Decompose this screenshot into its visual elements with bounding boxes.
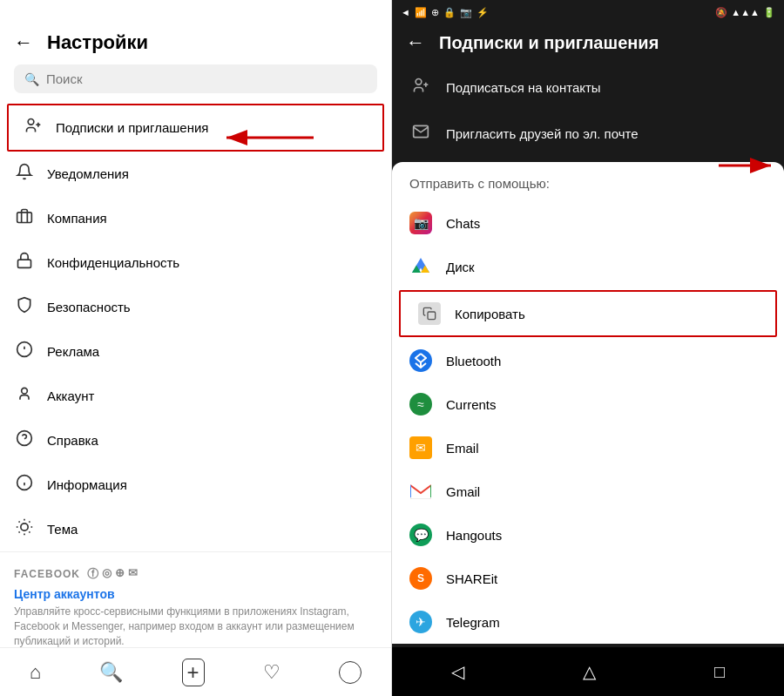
facebook-title: FACEBOOK ⓕ ◎ ⊕ ✉: [14, 566, 377, 582]
email-icon: ✉: [409, 436, 432, 459]
svg-point-25: [416, 79, 422, 85]
shareit-icon: S: [409, 567, 432, 590]
nav-heart-button[interactable]: ♡: [263, 661, 280, 684]
share-item-bluetooth[interactable]: Bluetooth: [392, 339, 784, 382]
account-icon: [14, 385, 35, 407]
sidebar-item-account[interactable]: Аккаунт: [0, 374, 391, 418]
svg-point-8: [22, 388, 28, 394]
right-invite-email[interactable]: Пригласить друзей по эл. почте: [392, 111, 784, 157]
share-item-currents[interactable]: ≈ Currents: [392, 382, 784, 426]
search-input[interactable]: [46, 71, 367, 86]
subscriptions-icon: [23, 117, 44, 139]
bluetooth-icon: [409, 349, 432, 372]
follow-contacts-icon: [409, 77, 432, 98]
copy-label: Копировать: [455, 307, 525, 321]
info-label: Информация: [47, 477, 127, 492]
left-status-bar: [0, 0, 391, 24]
security-label: Безопасность: [47, 300, 131, 314]
ads-label: Реклама: [47, 344, 99, 359]
chats-label: Chats: [446, 216, 480, 231]
account-label: Аккаунт: [47, 389, 94, 403]
subscriptions-label: Подписки и приглашения: [56, 120, 208, 135]
left-header: ← Настройки: [0, 24, 391, 64]
svg-rect-3: [17, 213, 32, 223]
sidebar-item-notifications[interactable]: Уведомления: [0, 152, 391, 196]
share-item-chats[interactable]: 📷 Chats: [392, 201, 784, 245]
share-item-copy[interactable]: Копировать: [399, 290, 777, 337]
nav-home-button[interactable]: ⌂: [30, 661, 41, 684]
telegram-icon: ✈: [409, 611, 432, 633]
info-icon: [14, 474, 35, 496]
invite-email-label: Пригласить друзей по эл. почте: [446, 126, 639, 141]
sidebar-item-help[interactable]: Справка: [0, 418, 391, 463]
sidebar-item-info[interactable]: Информация: [0, 463, 391, 507]
share-modal: Отправить с помощью: 📷 Chats Диск: [392, 162, 784, 644]
company-label: Компания: [47, 211, 107, 226]
svg-rect-35: [428, 312, 436, 320]
theme-icon: [14, 518, 35, 540]
security-icon: [14, 296, 35, 318]
share-item-gmail[interactable]: Gmail: [392, 470, 784, 513]
right-panel: ◄ 📶 ⊕ 🔒 📷 ⚡ 🔕 ▲▲▲ 🔋 ← Подписки и приглаш…: [392, 0, 784, 696]
facebook-description: Управляйте кросс-сервисными функциями в …: [14, 605, 377, 647]
sidebar-item-company[interactable]: Компания: [0, 196, 391, 240]
left-back-button[interactable]: ←: [14, 31, 33, 54]
right-follow-contacts[interactable]: Подписаться на контакты: [392, 64, 784, 111]
right-nav-back[interactable]: ◁: [451, 661, 464, 682]
privacy-icon: [14, 252, 35, 274]
gmail-icon: [409, 480, 432, 503]
right-back-button[interactable]: ←: [406, 31, 425, 54]
company-icon: [14, 207, 35, 229]
left-bottom-nav: ⌂ 🔍 + ♡: [0, 647, 391, 696]
sidebar-item-ads[interactable]: Реклама: [0, 329, 391, 374]
notifications-icon: [14, 163, 35, 185]
sidebar-item-security[interactable]: Безопасность: [0, 285, 391, 329]
right-page-title: Подписки и приглашения: [439, 33, 659, 53]
search-bar: 🔍: [14, 64, 377, 93]
share-item-email[interactable]: ✉ Email: [392, 426, 784, 470]
share-item-hangouts[interactable]: 💬 Hangouts: [392, 513, 784, 557]
nav-profile-button[interactable]: [339, 661, 362, 684]
svg-rect-4: [18, 260, 31, 267]
gmail-label: Gmail: [446, 484, 480, 499]
hangouts-icon: 💬: [409, 524, 432, 546]
svg-line-22: [29, 522, 30, 523]
search-icon: 🔍: [24, 72, 39, 86]
right-header: ← Подписки и приглашения: [392, 24, 784, 64]
svg-line-18: [29, 531, 30, 532]
right-status-bar: ◄ 📶 ⊕ 🔒 📷 ⚡ 🔕 ▲▲▲ 🔋: [392, 0, 784, 24]
share-item-telegram[interactable]: ✈ Telegram: [392, 600, 784, 644]
copy-icon: [418, 302, 441, 325]
svg-point-14: [21, 524, 28, 530]
sidebar-item-theme[interactable]: Тема: [0, 507, 391, 551]
left-page-title: Настройки: [47, 31, 148, 54]
sidebar-item-subscriptions[interactable]: Подписки и приглашения: [7, 104, 384, 152]
nav-add-button[interactable]: +: [182, 659, 205, 686]
right-nav-home[interactable]: △: [583, 661, 596, 682]
drive-label: Диск: [446, 260, 475, 274]
drive-icon: [409, 255, 432, 278]
shareit-label: SHAREit: [446, 571, 497, 586]
invite-email-icon: [409, 123, 432, 145]
sidebar-item-privacy[interactable]: Конфиденциальность: [0, 240, 391, 285]
nav-search-button[interactable]: 🔍: [99, 661, 123, 684]
left-panel: ← Настройки 🔍 Подписки и приглашения Уве…: [0, 0, 392, 696]
facebook-section: FACEBOOK ⓕ ◎ ⊕ ✉ Центр аккаунтов Управля…: [0, 551, 391, 647]
share-modal-title: Отправить с помощью:: [392, 176, 784, 201]
help-icon: [14, 429, 35, 451]
right-nav-square[interactable]: □: [714, 662, 725, 682]
share-item-drive[interactable]: Диск: [392, 245, 784, 288]
help-label: Справка: [47, 433, 98, 448]
currents-label: Currents: [446, 397, 497, 412]
hangouts-label: Hangouts: [446, 528, 502, 543]
privacy-label: Конфиденциальность: [47, 255, 179, 270]
share-item-shareit[interactable]: S SHAREit: [392, 557, 784, 600]
status-right: 🔕 ▲▲▲ 🔋: [715, 7, 775, 18]
telegram-label: Telegram: [446, 615, 500, 630]
ads-icon: [14, 341, 35, 362]
svg-line-21: [19, 531, 20, 532]
follow-contacts-label: Подписаться на контакты: [446, 80, 601, 95]
status-left: ◄ 📶 ⊕ 🔒 📷 ⚡: [401, 7, 489, 18]
facebook-center-link[interactable]: Центр аккаунтов: [14, 587, 377, 601]
right-bottom-nav: ◁ △ □: [392, 647, 784, 696]
